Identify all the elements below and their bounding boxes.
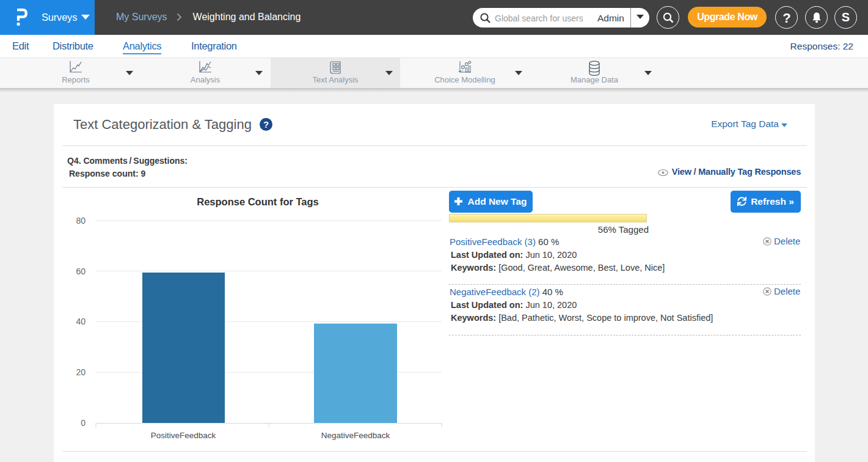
svg-text:0: 0 bbox=[81, 418, 86, 428]
svg-text:80: 80 bbox=[76, 216, 86, 226]
svg-text:NegativeFeedback: NegativeFeedback bbox=[321, 431, 390, 440]
svg-text:20: 20 bbox=[76, 367, 86, 377]
svg-text:Response Count for Tags: Response Count for Tags bbox=[197, 196, 319, 207]
svg-text:PositiveFeedback: PositiveFeedback bbox=[151, 431, 216, 440]
svg-text:40: 40 bbox=[76, 317, 86, 326]
svg-text:60: 60 bbox=[76, 266, 86, 276]
svg-text:?: ? bbox=[782, 10, 790, 25]
